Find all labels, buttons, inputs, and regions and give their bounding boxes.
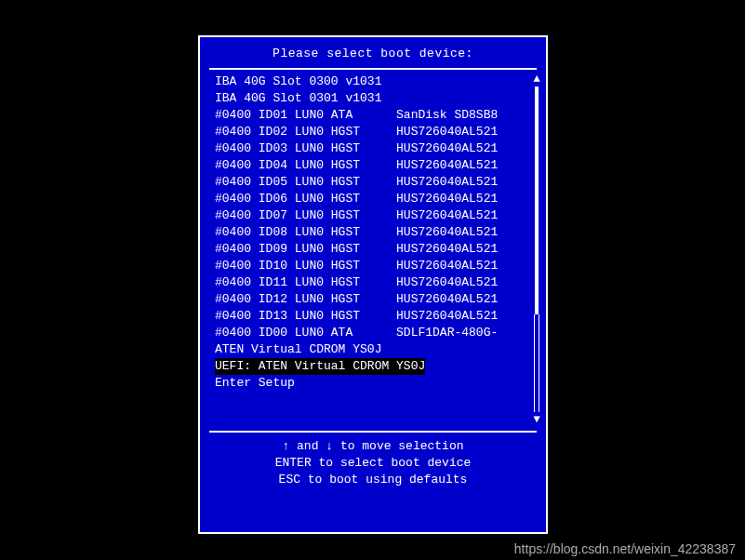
dialog-body: IBA 40G Slot 0300 v1031IBA 40G Slot 0301… <box>200 70 546 425</box>
scroll-down-icon[interactable]: ▼ <box>533 414 539 425</box>
boot-item-5[interactable]: #0400 ID04 LUN0 HGST HUS726040AL521 <box>215 157 527 174</box>
boot-item-15[interactable]: #0400 ID00 LUN0 ATA SDLF1DAR-480G- <box>215 325 527 341</box>
boot-item-17[interactable]: UEFI: ATEN Virtual CDROM YS0J <box>215 358 425 375</box>
watermark-text: https://blog.csdn.net/weixin_42238387 <box>514 541 736 556</box>
boot-item-2[interactable]: #0400 ID01 LUN0 ATA SanDisk SD8SB8 <box>215 107 527 124</box>
boot-item-14[interactable]: #0400 ID13 LUN0 HGST HUS726040AL521 <box>215 308 527 325</box>
boot-item-11[interactable]: #0400 ID10 LUN0 HGST HUS726040AL521 <box>215 258 527 274</box>
boot-item-12[interactable]: #0400 ID11 LUN0 HGST HUS726040AL521 <box>215 274 527 291</box>
boot-item-6[interactable]: #0400 ID05 LUN0 HGST HUS726040AL521 <box>215 174 527 191</box>
boot-item-3[interactable]: #0400 ID02 LUN0 HGST HUS726040AL521 <box>215 124 527 140</box>
bios-screen: Please select boot device: IBA 40G Slot … <box>0 0 745 560</box>
boot-item-4[interactable]: #0400 ID03 LUN0 HGST HUS726040AL521 <box>215 140 527 157</box>
dialog-title: Please select boot device: <box>200 37 546 68</box>
boot-item-0[interactable]: IBA 40G Slot 0300 v1031 <box>215 73 527 90</box>
dialog-footer: ↑ and ↓ to move selection ENTER to selec… <box>200 433 546 498</box>
scroll-thumb[interactable] <box>534 314 539 412</box>
boot-item-10[interactable]: #0400 ID09 LUN0 HGST HUS726040AL521 <box>215 241 527 258</box>
boot-item-8[interactable]: #0400 ID07 LUN0 HGST HUS726040AL521 <box>215 207 527 224</box>
boot-device-dialog: Please select boot device: IBA 40G Slot … <box>198 35 548 534</box>
boot-item-9[interactable]: #0400 ID08 LUN0 HGST HUS726040AL521 <box>215 224 527 241</box>
boot-item-16[interactable]: ATEN Virtual CDROM YS0J <box>215 341 527 358</box>
boot-device-list[interactable]: IBA 40G Slot 0300 v1031IBA 40G Slot 0301… <box>215 73 531 425</box>
boot-item-18[interactable]: Enter Setup <box>215 375 527 392</box>
boot-item-13[interactable]: #0400 ID12 LUN0 HGST HUS726040AL521 <box>215 291 527 308</box>
boot-item-1[interactable]: IBA 40G Slot 0301 v1031 <box>215 90 527 107</box>
boot-item-7[interactable]: #0400 ID06 LUN0 HGST HUS726040AL521 <box>215 191 527 207</box>
hint-move: ↑ and ↓ to move selection <box>200 438 546 455</box>
scroll-up-icon[interactable]: ▲ <box>533 73 539 85</box>
scrollbar[interactable]: ▲ ▼ <box>531 73 544 425</box>
scroll-track[interactable] <box>535 87 539 412</box>
hint-esc: ESC to boot using defaults <box>200 472 546 488</box>
hint-enter: ENTER to select boot device <box>200 455 546 472</box>
